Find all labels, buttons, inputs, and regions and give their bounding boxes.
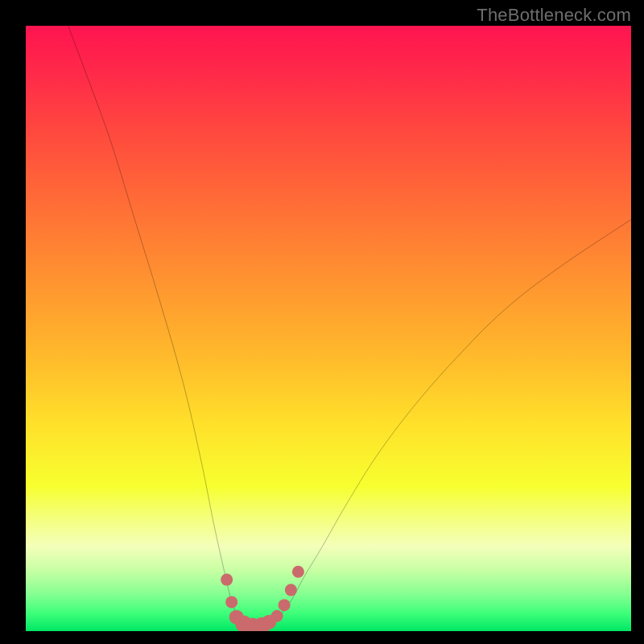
plot-area: [26, 26, 631, 631]
curve-marker: [221, 574, 233, 586]
bottleneck-curve: [68, 26, 631, 628]
chart-stage: TheBottleneck.com: [0, 0, 644, 644]
marker-group: [221, 566, 304, 631]
watermark-text: TheBottleneck.com: [477, 5, 631, 26]
curve-marker: [271, 610, 283, 622]
curve-marker: [225, 596, 237, 608]
curve-layer: [26, 26, 631, 631]
curve-marker: [279, 599, 291, 611]
curve-marker: [285, 584, 297, 596]
curve-marker: [292, 566, 304, 578]
